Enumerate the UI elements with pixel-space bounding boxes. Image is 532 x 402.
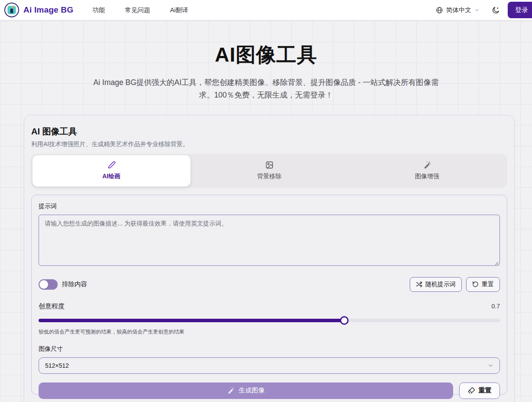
- tab-image-enhance[interactable]: 图像增强: [348, 155, 506, 186]
- exclude-content-toggle[interactable]: [39, 279, 58, 290]
- shuffle-icon: [416, 281, 422, 288]
- generate-button-label: 生成图像: [239, 386, 265, 395]
- creativity-row: 创意程度 0.7: [39, 302, 500, 310]
- creativity-slider[interactable]: [39, 316, 500, 325]
- brand-name: Ai Image BG: [23, 5, 73, 15]
- random-prompt-button[interactable]: 随机提示词: [410, 277, 462, 292]
- language-selector[interactable]: 简体中文: [436, 6, 480, 14]
- tab-label: 图像增强: [415, 173, 439, 180]
- reset-form-label: 重置: [479, 386, 492, 395]
- card-title: AI 图像工具: [31, 126, 507, 137]
- eraser-icon: [468, 387, 475, 394]
- nav-link-ai-translate[interactable]: Ai翻译: [170, 6, 188, 14]
- tab-label: AI绘画: [102, 173, 121, 180]
- logo-icon: [4, 3, 19, 17]
- nav-links: 功能 常见问题 Ai翻译: [92, 6, 188, 14]
- pencil-icon: [108, 161, 116, 169]
- nav-link-features[interactable]: 功能: [92, 6, 105, 14]
- wand-icon: [227, 387, 235, 394]
- generation-form-panel: 提示词 排除内容: [31, 195, 507, 395]
- page-title: AI图像工具: [0, 42, 532, 69]
- creativity-value: 0.7: [492, 303, 500, 310]
- slider-fill: [39, 319, 344, 322]
- navbar: Ai Image BG 功能 常见问题 Ai翻译 简体中文: [0, 0, 532, 20]
- page-subtitle: Ai Image BG提供强大的AI工具，帮您创建精美图像、移除背景、提升图像品…: [93, 76, 440, 102]
- rotate-ccw-icon: [472, 281, 479, 288]
- tab-ai-drawing[interactable]: AI绘画: [33, 155, 190, 186]
- random-prompt-label: 随机提示词: [425, 281, 456, 288]
- language-label: 简体中文: [446, 6, 471, 14]
- prompt-input[interactable]: [39, 215, 500, 266]
- reset-form-button[interactable]: 重置: [459, 382, 500, 399]
- hero-section: AI图像工具 Ai Image BG提供强大的AI工具，帮您创建精美图像、移除背…: [0, 20, 532, 102]
- image-icon: [265, 161, 274, 169]
- exclude-row: 排除内容 随机提示词: [39, 277, 500, 292]
- tool-tabbar: AI绘画 背景移除 图像增强: [31, 154, 507, 188]
- creativity-label: 创意程度: [39, 302, 65, 310]
- image-size-select[interactable]: 512×512: [39, 357, 500, 374]
- globe-icon: [436, 7, 443, 14]
- theme-toggle-button[interactable]: [492, 6, 500, 14]
- tab-label: 背景移除: [257, 173, 281, 180]
- chevron-down-icon: [474, 7, 480, 13]
- moon-icon: [492, 6, 500, 14]
- reset-prompt-label: 重置: [482, 281, 494, 288]
- tool-card: AI 图像工具 利用AI技术增强照片、生成精美艺术作品并专业移除背景。 AI绘画…: [24, 115, 515, 402]
- brand[interactable]: Ai Image BG: [4, 3, 73, 17]
- card-subtitle: 利用AI技术增强照片、生成精美艺术作品并专业移除背景。: [31, 141, 507, 148]
- slider-knob[interactable]: [340, 316, 349, 325]
- generate-image-button[interactable]: 生成图像: [39, 382, 453, 399]
- size-label: 图像尺寸: [39, 345, 500, 353]
- chevron-down-icon: [488, 363, 493, 368]
- nav-link-faq[interactable]: 常见问题: [125, 6, 150, 14]
- reset-prompt-button[interactable]: 重置: [466, 277, 500, 292]
- navbar-right: 简体中文 登录: [436, 2, 532, 18]
- prompt-field-wrap: [39, 215, 500, 268]
- wand-sparkles-icon: [423, 161, 431, 169]
- actions-row: 生成图像 重置: [39, 382, 500, 399]
- tab-background-removal[interactable]: 背景移除: [190, 155, 348, 186]
- exclude-toggle-label: 排除内容: [62, 280, 87, 288]
- creativity-hint: 较低的值会产生更可预测的结果，较高的值会产生更创意的结果: [39, 328, 500, 336]
- prompt-label: 提示词: [39, 203, 57, 209]
- size-selected-value: 512×512: [45, 362, 69, 369]
- toggle-knob: [39, 280, 48, 289]
- login-button[interactable]: 登录: [508, 2, 532, 18]
